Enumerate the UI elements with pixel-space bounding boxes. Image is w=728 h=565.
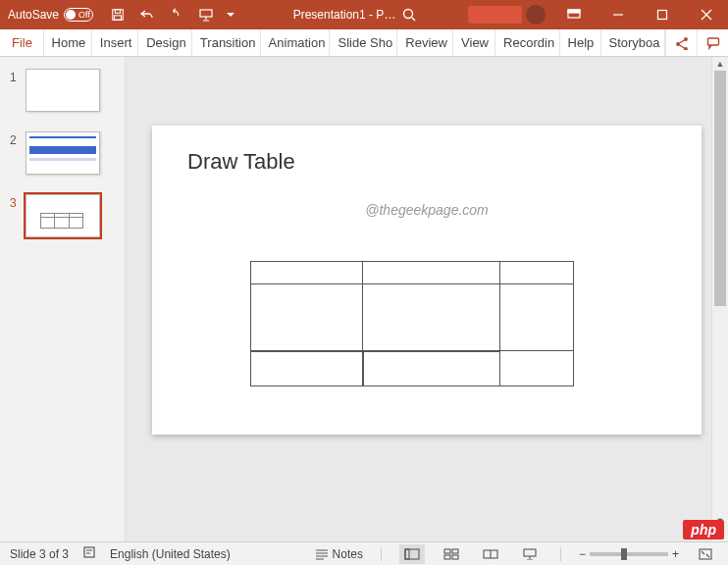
slide-title[interactable]: Draw Table (187, 149, 666, 175)
svg-rect-3 (200, 10, 212, 17)
slideshow-view-icon[interactable] (517, 544, 543, 564)
quick-access-toolbar (101, 4, 242, 26)
autosave-toggle[interactable]: Off (64, 8, 93, 22)
fit-to-window-icon[interactable] (693, 544, 718, 564)
tab-insert[interactable]: Insert (92, 29, 138, 56)
tab-recording[interactable]: Recordin (495, 29, 559, 56)
thumbnail-slide-1[interactable]: 1 (0, 65, 125, 128)
zoom-slider[interactable] (590, 552, 668, 556)
thumbnail-preview-2 (26, 131, 100, 175)
tab-review[interactable]: Review (397, 29, 453, 56)
normal-view-icon[interactable] (399, 544, 425, 564)
thumbnail-slide-2[interactable]: 2 (0, 128, 125, 190)
slide-canvas-area[interactable]: Draw Table @thegeekpage.com ▲ ▼ ⇊ (126, 57, 728, 541)
tab-animations[interactable]: Animation (261, 29, 331, 56)
accessibility-icon[interactable] (82, 545, 96, 562)
watermark-text: @thegeekpage.com (365, 202, 489, 218)
slide-counter[interactable]: Slide 3 of 3 (10, 547, 69, 561)
thumbnail-preview-3 (26, 194, 100, 237)
slide[interactable]: Draw Table @thegeekpage.com (152, 126, 702, 435)
zoom-out-icon[interactable]: − (579, 547, 586, 561)
autosave-state: Off (78, 10, 90, 20)
search-icon[interactable] (401, 7, 417, 23)
slide-sorter-view-icon[interactable] (439, 544, 464, 564)
scroll-handle[interactable] (714, 71, 726, 306)
php-watermark-badge: php (683, 520, 724, 539)
toggle-knob (66, 10, 76, 20)
thumbnail-slide-3[interactable]: 3 (0, 190, 125, 253)
thumbnail-preview-1 (26, 69, 100, 112)
zoom-control[interactable]: − + (579, 547, 679, 561)
reading-view-icon[interactable] (478, 544, 503, 564)
qat-dropdown-icon[interactable] (225, 4, 236, 26)
undo-icon[interactable] (136, 4, 158, 26)
ribbon-display-icon[interactable] (551, 0, 596, 29)
title-bar: AutoSave Off Presentation1 - P… (0, 0, 728, 29)
autosave-control[interactable]: AutoSave Off (0, 8, 101, 22)
drawn-table[interactable] (250, 261, 574, 386)
tab-home[interactable]: Home (44, 29, 92, 56)
svg-rect-29 (700, 549, 711, 559)
share-icon[interactable] (665, 29, 697, 56)
tab-storyboard[interactable]: Storyboa (601, 29, 666, 56)
zoom-slider-handle[interactable] (621, 548, 627, 560)
comments-icon[interactable] (697, 29, 728, 56)
ribbon-tabs: File Home Insert Design Transition Anima… (0, 29, 728, 57)
tab-view[interactable]: View (453, 29, 495, 56)
autosave-label: AutoSave (8, 8, 59, 22)
tab-design[interactable]: Design (138, 29, 192, 56)
zoom-in-icon[interactable]: + (672, 547, 679, 561)
svg-rect-14 (707, 38, 718, 45)
svg-rect-8 (657, 11, 666, 20)
svg-point-12 (684, 37, 686, 39)
svg-rect-22 (444, 549, 450, 553)
svg-point-11 (676, 42, 678, 44)
tab-file[interactable]: File (0, 29, 44, 56)
notes-button[interactable]: Notes (315, 547, 363, 561)
language-indicator[interactable]: English (United States) (110, 547, 231, 561)
svg-rect-6 (568, 10, 580, 13)
tab-transitions[interactable]: Transition (192, 29, 261, 56)
tab-slideshow[interactable]: Slide Sho (330, 29, 397, 56)
svg-rect-24 (444, 555, 450, 559)
svg-rect-15 (84, 547, 94, 557)
slide-thumbnail-pane[interactable]: 1 2 3 (0, 57, 126, 541)
save-icon[interactable] (107, 4, 129, 26)
svg-rect-20 (405, 549, 419, 559)
window-controls (596, 0, 728, 29)
svg-point-13 (684, 47, 686, 49)
svg-point-4 (404, 10, 413, 19)
close-button[interactable] (684, 0, 728, 29)
user-avatar[interactable] (526, 5, 546, 25)
redo-icon[interactable] (166, 4, 187, 26)
window-title: Presentation1 - P… (242, 7, 468, 23)
svg-rect-25 (452, 555, 458, 559)
maximize-button[interactable] (640, 0, 684, 29)
svg-rect-28 (524, 549, 536, 556)
present-icon[interactable] (195, 4, 217, 26)
account-name-blurred (468, 6, 522, 24)
work-area: 1 2 3 Draw Table @thegeekpage.com (0, 57, 728, 541)
vertical-scrollbar[interactable]: ▲ ▼ ⇊ (711, 57, 728, 541)
svg-rect-23 (452, 549, 458, 553)
svg-rect-21 (405, 549, 409, 559)
scroll-up-arrow[interactable]: ▲ (712, 57, 728, 71)
tab-help[interactable]: Help (560, 29, 601, 56)
minimize-button[interactable] (596, 0, 640, 29)
status-bar: Slide 3 of 3 English (United States) Not… (0, 541, 728, 565)
svg-rect-2 (115, 16, 122, 20)
svg-rect-1 (115, 10, 120, 14)
